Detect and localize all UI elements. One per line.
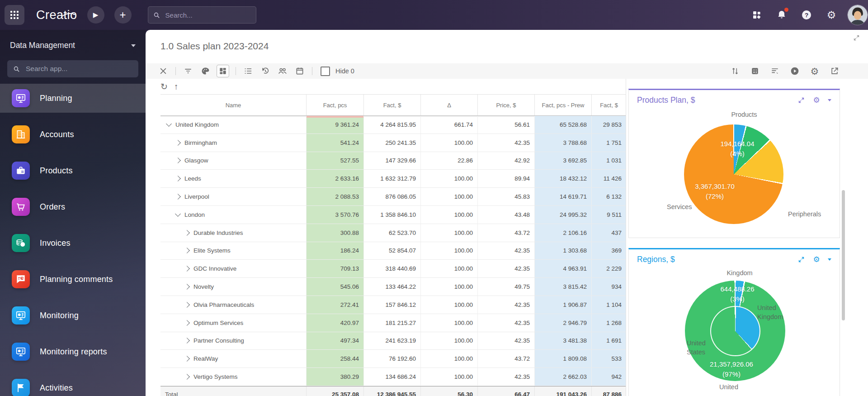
cell[interactable]: 1 268	[591, 314, 626, 332]
row-name-cell[interactable]: London	[160, 206, 306, 224]
cell[interactable]: 42.92	[477, 152, 534, 170]
cell[interactable]: 2 633.16	[306, 170, 363, 187]
cell[interactable]: 380.29	[306, 368, 363, 386]
filter-icon[interactable]	[182, 65, 194, 77]
expand-page-icon[interactable]	[853, 34, 860, 41]
chevron-right-icon[interactable]	[184, 320, 190, 326]
gear-icon[interactable]: ⚙	[812, 256, 821, 264]
chevron-right-icon[interactable]	[184, 302, 190, 308]
cell[interactable]: 89.94	[477, 170, 534, 187]
cell[interactable]: 52 854.07	[363, 242, 420, 260]
chevron-down-icon[interactable]	[175, 211, 181, 217]
row-name-cell[interactable]: Glasgow	[160, 152, 306, 170]
cell[interactable]: 56.61	[477, 116, 534, 134]
cell[interactable]: 22.86	[420, 152, 477, 170]
cell[interactable]: 241 623.19	[363, 332, 420, 350]
cell[interactable]: 300.88	[306, 224, 363, 242]
cell[interactable]: 318 440.69	[363, 260, 420, 277]
cell[interactable]: 1 751	[591, 134, 626, 152]
global-search[interactable]	[148, 6, 256, 24]
app-search-input[interactable]	[25, 64, 131, 73]
column-header-fact-pcs-prew[interactable]: Fact, pcs - Prew	[534, 95, 591, 115]
cell[interactable]: 497.34	[306, 332, 363, 350]
quick-add-button[interactable]: +	[114, 6, 132, 24]
cell[interactable]: 42.35	[477, 260, 534, 277]
cell[interactable]: 369	[591, 242, 626, 260]
palette-icon[interactable]	[199, 65, 211, 77]
cell[interactable]: 45.83	[477, 188, 534, 205]
cell[interactable]: 147 329.66	[363, 152, 420, 170]
calendar-icon[interactable]	[294, 65, 306, 77]
cell[interactable]: 942	[591, 368, 626, 386]
expand-chart-icon[interactable]	[797, 256, 805, 264]
chevron-right-icon[interactable]	[184, 230, 190, 236]
cell[interactable]: 6 132	[591, 188, 626, 205]
cell[interactable]: 42.35	[477, 368, 534, 386]
cell[interactable]: 437	[591, 224, 626, 242]
cell[interactable]: 100.00	[420, 242, 477, 260]
cell[interactable]: 876 086.05	[363, 188, 420, 205]
cell[interactable]: 2 088.53	[306, 188, 363, 205]
cell[interactable]: 100.00	[420, 314, 477, 332]
column-header-fact-[interactable]: Fact, $	[363, 95, 420, 115]
cell[interactable]: 14 619.71	[534, 188, 591, 205]
cell[interactable]: 533	[591, 350, 626, 367]
cell[interactable]: 100.00	[420, 170, 477, 187]
chevron-right-icon[interactable]	[184, 284, 190, 290]
cell[interactable]: 4 264 815.95	[363, 116, 420, 134]
sidebar-item-products[interactable]: Products	[0, 156, 146, 185]
chevron-down-icon[interactable]	[166, 121, 172, 127]
sidebar-item-planning[interactable]: Planning	[0, 84, 146, 113]
cell[interactable]: 43.72	[477, 224, 534, 242]
chevron-right-icon[interactable]	[175, 194, 181, 200]
hide-zero-checkbox[interactable]	[321, 67, 330, 76]
people-icon[interactable]	[277, 65, 288, 77]
chevron-right-icon[interactable]	[175, 140, 181, 146]
dashboard-scrollbar[interactable]	[842, 190, 845, 320]
cell[interactable]: 100.00	[420, 332, 477, 350]
cell[interactable]: 100.00	[420, 278, 477, 296]
cell[interactable]: 541.24	[306, 134, 363, 152]
column-header-fact-[interactable]: Fact, $	[591, 95, 626, 115]
close-icon[interactable]	[157, 65, 169, 77]
cell[interactable]: 42.35	[477, 332, 534, 350]
sidebar-item-accounts[interactable]: Accounts	[0, 120, 146, 149]
row-name-cell[interactable]: Novelty	[160, 278, 306, 296]
chevron-right-icon[interactable]	[184, 356, 190, 362]
sidebar-item-invoices[interactable]: 1Invoices	[0, 229, 146, 258]
cell[interactable]: 1 031	[591, 152, 626, 170]
calculator-icon[interactable]	[749, 65, 761, 77]
help-icon[interactable]: ?	[801, 9, 812, 21]
cell[interactable]: 545.06	[306, 278, 363, 296]
row-name-cell[interactable]: Optimum Services	[160, 314, 306, 332]
row-name-cell[interactable]: Olvia Pharmaceuticals	[160, 296, 306, 314]
sidebar-item-activities[interactable]: Activities	[0, 373, 146, 396]
cell[interactable]: 134 686.24	[363, 368, 420, 386]
gear-icon[interactable]: ⚙	[812, 96, 821, 105]
cell[interactable]: 661.74	[420, 116, 477, 134]
row-name-cell[interactable]: Birmingham	[160, 134, 306, 152]
workspace-selector[interactable]: Data Management	[0, 30, 146, 53]
cell[interactable]: 43.48	[477, 206, 534, 224]
cell[interactable]: 258.44	[306, 350, 363, 367]
list-icon[interactable]	[242, 65, 254, 77]
sidebar-item-monitoring-reports[interactable]: Monitoring reports	[0, 337, 146, 366]
chevron-right-icon[interactable]	[175, 176, 181, 181]
cell[interactable]: 65 528.68	[534, 116, 591, 134]
cell[interactable]: 49.75	[477, 278, 534, 296]
cell[interactable]: 3 788.68	[534, 134, 591, 152]
expand-chart-icon[interactable]	[797, 96, 805, 105]
cell[interactable]: 62 523.70	[363, 224, 420, 242]
cell[interactable]: 100.00	[420, 134, 477, 152]
chevron-right-icon[interactable]	[184, 338, 190, 344]
cell[interactable]: 9 511	[591, 206, 626, 224]
chevron-right-icon[interactable]	[184, 266, 190, 272]
global-search-input[interactable]	[165, 11, 239, 19]
cell[interactable]: 2 229	[591, 260, 626, 277]
cell[interactable]: 1 809.08	[534, 350, 591, 367]
cell[interactable]: 4 963.91	[534, 260, 591, 277]
cell[interactable]: 43.72	[477, 350, 534, 367]
gear-icon[interactable]: ⚙	[826, 9, 837, 21]
cell[interactable]: 100.00	[420, 206, 477, 224]
chevron-right-icon[interactable]	[175, 158, 181, 164]
